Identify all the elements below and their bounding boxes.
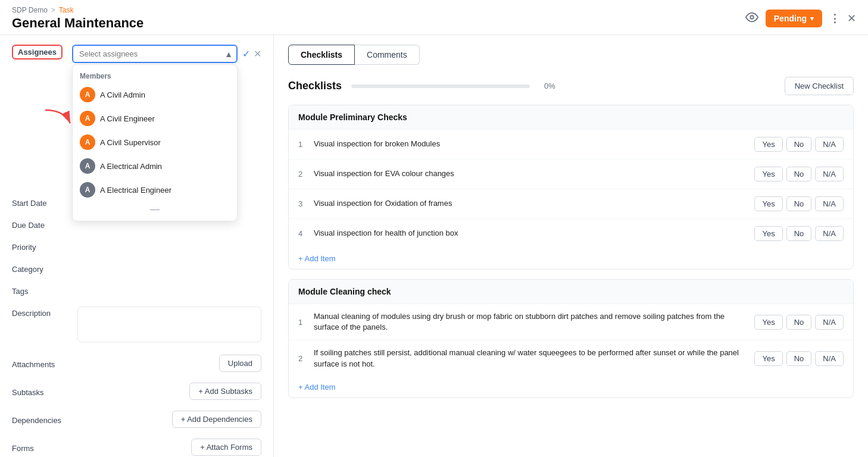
- dependencies-label: Dependencies: [12, 414, 77, 425]
- item-num-0-0: 1: [298, 140, 307, 149]
- avatar-0: A: [80, 87, 95, 102]
- no-btn-1-0[interactable]: No: [786, 315, 812, 330]
- dropdown-scroll-more: —: [73, 202, 237, 217]
- start-date-label: Start Date: [12, 196, 77, 208]
- tab-comments[interactable]: Comments: [355, 45, 420, 65]
- dropdown-item-name-4: A Electrical Engineer: [100, 186, 171, 195]
- add-item-1[interactable]: + Add Item: [289, 377, 853, 397]
- item-actions-0-0: Yes No N/A: [754, 137, 844, 152]
- checklists-title-row: Checklists 0%: [288, 80, 555, 92]
- item-num-0-2: 3: [298, 199, 307, 208]
- status-chevron: ▾: [810, 15, 814, 23]
- category-row: Category: [12, 262, 261, 274]
- more-options-icon[interactable]: ⋮: [829, 12, 840, 25]
- close-icon[interactable]: ✕: [847, 12, 856, 25]
- yes-btn-0-1[interactable]: Yes: [754, 167, 782, 181]
- breadcrumb-current[interactable]: Task: [59, 6, 74, 14]
- dependencies-row: Dependencies + Add Dependencies: [12, 411, 261, 428]
- avatar-3: A: [80, 158, 95, 174]
- na-btn-0-1[interactable]: N/A: [815, 167, 844, 181]
- no-btn-1-1[interactable]: No: [786, 351, 812, 366]
- watch-icon[interactable]: [745, 11, 758, 27]
- item-text-0-3: Visual inspection for health of junction…: [314, 228, 747, 239]
- progress-percent: 0%: [544, 82, 555, 90]
- assignees-input[interactable]: [72, 45, 238, 63]
- dropdown-item-4[interactable]: A A Electrical Engineer: [73, 178, 237, 202]
- assignees-dropdown-wrapper: ▲ Members A A Civil Admin A A Civil Engi…: [72, 45, 238, 63]
- no-btn-0-1[interactable]: No: [786, 167, 812, 181]
- confirm-assignees-icon[interactable]: ✓: [242, 48, 250, 60]
- assignees-row: Assignees ▲ Members A A Civil Admin: [12, 45, 261, 63]
- attachments-label: Attachments: [12, 358, 77, 369]
- due-date-label: Due Date: [12, 218, 77, 230]
- tags-label: Tags: [12, 284, 77, 296]
- forms-label: Forms: [12, 442, 77, 453]
- item-num-0-3: 4: [298, 229, 307, 238]
- dropdown-item-2[interactable]: A A Civil Supervisor: [73, 130, 237, 154]
- na-btn-0-2[interactable]: N/A: [815, 196, 844, 211]
- assignees-label: Assignees: [12, 45, 63, 60]
- yes-btn-0-3[interactable]: Yes: [754, 226, 782, 241]
- header: SDP Demo > Task General Maintenance Pend…: [0, 0, 868, 35]
- yes-btn-0-2[interactable]: Yes: [754, 196, 782, 211]
- subtasks-row: Subtasks + Add Subtasks: [12, 383, 261, 400]
- yes-btn-0-0[interactable]: Yes: [754, 137, 782, 152]
- add-item-0[interactable]: + Add Item: [289, 248, 853, 269]
- add-dependencies-button[interactable]: + Add Dependencies: [172, 411, 261, 428]
- na-btn-0-3[interactable]: N/A: [815, 226, 844, 241]
- page-title: General Maintenance: [12, 15, 143, 31]
- checklist-group-0: Module Preliminary Checks 1 Visual inspe…: [288, 105, 854, 270]
- item-actions-0-2: Yes No N/A: [754, 196, 844, 211]
- header-left: SDP Demo > Task General Maintenance: [12, 6, 143, 31]
- new-checklist-button[interactable]: New Checklist: [785, 77, 854, 95]
- main-content: Assignees ▲ Members A A Civil Admin: [0, 35, 868, 457]
- description-input[interactable]: [77, 306, 261, 342]
- yes-btn-1-0[interactable]: Yes: [754, 315, 782, 330]
- checklists-title: Checklists: [288, 80, 342, 92]
- attach-forms-button[interactable]: + Attach Forms: [191, 439, 261, 456]
- avatar-2: A: [80, 134, 95, 150]
- dropdown-item-3[interactable]: A A Electrical Admin: [73, 154, 237, 178]
- cancel-assignees-icon[interactable]: ✕: [254, 48, 261, 60]
- yes-btn-1-1[interactable]: Yes: [754, 351, 782, 366]
- item-text-0-2: Visual inspection for Oxidation of frame…: [314, 198, 747, 209]
- forms-row: Forms + Attach Forms: [12, 439, 261, 456]
- category-label: Category: [12, 262, 77, 274]
- dropdown-item-name-1: A Civil Engineer: [100, 114, 155, 123]
- assignees-dropdown-menu: Members A A Civil Admin A A Civil Engine…: [72, 64, 238, 221]
- priority-row: Priority: [12, 240, 261, 252]
- na-btn-1-0[interactable]: N/A: [815, 315, 844, 330]
- checklists-header: Checklists 0% New Checklist: [288, 77, 854, 95]
- upload-button[interactable]: Upload: [219, 355, 261, 372]
- add-subtasks-button[interactable]: + Add Subtasks: [189, 383, 261, 400]
- tabs-row: Checklists Comments: [288, 45, 854, 65]
- item-num-0-1: 2: [298, 170, 307, 179]
- description-value: [77, 306, 261, 344]
- dropdown-item-name-3: A Electrical Admin: [100, 162, 162, 171]
- progress-bar: [351, 84, 530, 88]
- na-btn-1-1[interactable]: N/A: [815, 351, 844, 366]
- tab-checklists[interactable]: Checklists: [288, 45, 355, 65]
- breadcrumb-app[interactable]: SDP Demo: [12, 6, 48, 14]
- dropdown-item-0[interactable]: A A Civil Admin: [73, 83, 237, 107]
- avatar-4: A: [80, 182, 95, 198]
- no-btn-0-2[interactable]: No: [786, 196, 812, 211]
- checklist-item-0-0: 1 Visual inspection for broken Modules Y…: [289, 129, 853, 159]
- avatar-1: A: [80, 111, 95, 126]
- dropdown-item-1[interactable]: A A Civil Engineer: [73, 107, 237, 130]
- checklist-item-1-0: 1 Manual cleaning of modules using dry b…: [289, 303, 853, 340]
- subtasks-value: + Add Subtasks: [77, 383, 261, 400]
- item-text-0-0: Visual inspection for broken Modules: [314, 139, 747, 149]
- right-panel: Checklists Comments Checklists 0% New Ch…: [274, 35, 868, 457]
- forms-value: + Attach Forms: [77, 439, 261, 456]
- assignees-actions: ✓ ✕: [242, 45, 261, 60]
- status-button[interactable]: Pending ▾: [766, 10, 822, 27]
- description-row: Description: [12, 306, 261, 344]
- item-actions-1-0: Yes No N/A: [754, 315, 844, 330]
- na-btn-0-0[interactable]: N/A: [815, 137, 844, 152]
- checklist-group-header-0: Module Preliminary Checks: [289, 105, 853, 129]
- description-label: Description: [12, 306, 77, 318]
- item-actions-0-1: Yes No N/A: [754, 167, 844, 181]
- no-btn-0-0[interactable]: No: [786, 137, 812, 152]
- no-btn-0-3[interactable]: No: [786, 226, 812, 241]
